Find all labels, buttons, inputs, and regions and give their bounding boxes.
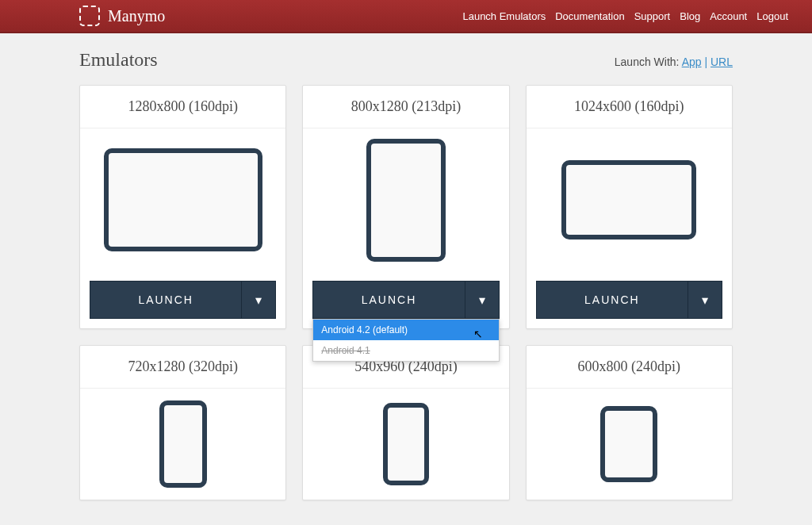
emulator-title: 600x800 (240dpi)	[527, 346, 732, 389]
launch-with: Launch With: App | URL	[615, 56, 733, 68]
logo[interactable]: Manymo	[79, 6, 165, 26]
device-icon	[561, 160, 696, 240]
emulator-card: 1024x600 (160dpi) LAUNCH ▾	[526, 85, 733, 329]
nav-documentation[interactable]: Documentation	[555, 10, 624, 22]
page-title: Emulators	[79, 49, 158, 71]
card-footer: LAUNCH ▾	[527, 271, 732, 328]
page-head: Emulators Launch With: App | URL	[79, 49, 733, 71]
brand-name: Manymo	[108, 7, 165, 25]
device-icon	[383, 403, 429, 485]
launch-button-group: LAUNCH ▾	[536, 281, 722, 319]
launch-with-url[interactable]: URL	[710, 56, 733, 68]
launch-button-group: LAUNCH ▾	[312, 281, 499, 319]
device-preview	[80, 389, 285, 500]
top-nav: Launch Emulators Documentation Support B…	[462, 10, 788, 22]
dropdown-option[interactable]: Android 4.1	[313, 340, 498, 361]
device-preview	[80, 128, 285, 271]
emulator-title: 720x1280 (320dpi)	[80, 346, 285, 389]
device-preview	[303, 128, 508, 271]
device-preview	[303, 389, 508, 500]
device-icon	[600, 406, 657, 482]
launch-button[interactable]: LAUNCH	[312, 281, 464, 319]
launch-button[interactable]: LAUNCH	[536, 281, 688, 319]
device-icon	[159, 400, 207, 488]
caret-down-icon: ▾	[702, 293, 708, 308]
logo-icon	[79, 6, 100, 26]
nav-logout[interactable]: Logout	[756, 10, 788, 22]
device-icon	[366, 139, 446, 262]
emulator-card: 800x1280 (213dpi) LAUNCH ▾ Android 4.2 (…	[302, 85, 509, 329]
emulator-grid: 1280x800 (160dpi) LAUNCH ▾ 800x1280 (213…	[79, 85, 733, 500]
caret-down-icon: ▾	[255, 293, 262, 308]
emulator-card: 720x1280 (320dpi)	[79, 345, 286, 500]
device-icon	[104, 148, 262, 251]
launch-with-app[interactable]: App	[682, 56, 702, 68]
card-footer: LAUNCH ▾	[80, 271, 285, 328]
launch-button[interactable]: LAUNCH	[90, 281, 241, 319]
emulator-title: 1024x600 (160dpi)	[527, 86, 732, 128]
emulator-card: 600x800 (240dpi)	[526, 345, 733, 500]
device-preview	[527, 128, 732, 271]
nav-launch-emulators[interactable]: Launch Emulators	[462, 10, 546, 22]
separator: |	[704, 56, 710, 68]
header: Manymo Launch Emulators Documentation Su…	[0, 0, 812, 33]
emulator-card: 1280x800 (160dpi) LAUNCH ▾	[79, 85, 286, 329]
dropdown-option[interactable]: Android 4.2 (default)	[313, 320, 498, 340]
launch-with-label: Launch With:	[615, 56, 680, 68]
emulator-title: 800x1280 (213dpi)	[303, 86, 508, 128]
device-preview	[527, 389, 732, 500]
launch-dropdown-toggle[interactable]: ▾	[241, 281, 276, 319]
caret-down-icon: ▾	[479, 293, 485, 308]
version-dropdown: Android 4.2 (default) Android 4.1 ↖	[312, 319, 499, 362]
emulator-title: 1280x800 (160dpi)	[80, 86, 285, 128]
launch-dropdown-toggle[interactable]: ▾	[688, 281, 722, 319]
nav-blog[interactable]: Blog	[680, 10, 700, 22]
launch-button-group: LAUNCH ▾	[90, 281, 276, 319]
nav-account[interactable]: Account	[710, 10, 747, 22]
launch-dropdown-toggle[interactable]: ▾	[465, 281, 500, 319]
nav-support[interactable]: Support	[634, 10, 671, 22]
content: Emulators Launch With: App | URL 1280x80…	[0, 33, 812, 516]
emulator-card: 540x960 (240dpi)	[302, 345, 509, 500]
